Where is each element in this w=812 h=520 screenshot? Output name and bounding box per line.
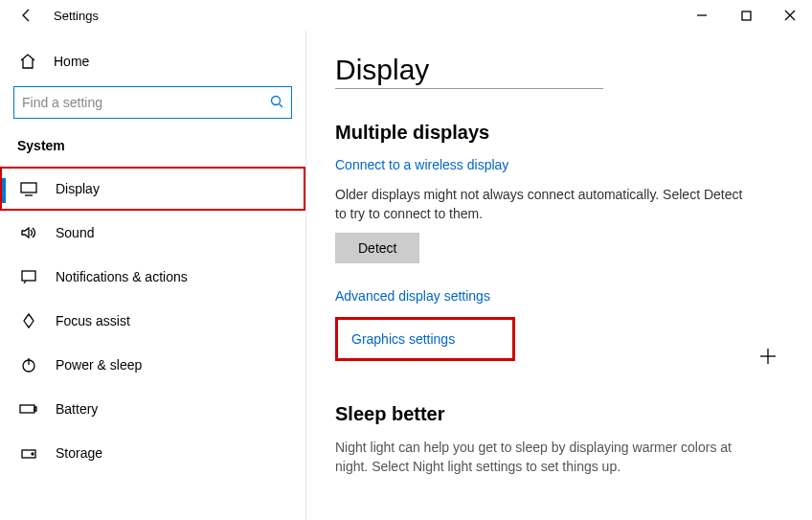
minimize-button[interactable] [680, 0, 724, 31]
home-icon [19, 53, 36, 70]
highlight-box: Graphics settings [335, 317, 515, 361]
search-input[interactable] [22, 95, 270, 110]
sidebar: Home System Display Sound Notification [0, 31, 306, 520]
sidebar-item-label: Focus assist [56, 313, 130, 328]
section-sleep-better: Sleep better [335, 403, 783, 425]
section-multiple-displays: Multiple displays [335, 122, 783, 144]
sidebar-item-label: Storage [56, 445, 102, 461]
close-button[interactable] [768, 0, 812, 31]
notifications-icon [19, 269, 38, 284]
search-icon [270, 95, 283, 111]
maximize-button[interactable] [724, 0, 768, 31]
svg-line-5 [280, 103, 283, 107]
search-box[interactable] [13, 86, 292, 119]
sound-icon [19, 225, 38, 240]
sidebar-item-battery[interactable]: Battery [0, 387, 305, 431]
sidebar-item-notifications[interactable]: Notifications & actions [0, 255, 305, 299]
graphics-settings-link[interactable]: Graphics settings [351, 331, 455, 347]
focus-assist-icon [19, 312, 38, 329]
svg-rect-1 [742, 11, 751, 20]
page-title: Display [335, 54, 783, 86]
window-title: Settings [54, 9, 99, 23]
svg-rect-12 [34, 407, 36, 411]
sidebar-item-display[interactable]: Display [0, 167, 305, 211]
sidebar-section-label: System [0, 132, 305, 167]
connect-wireless-display-link[interactable]: Connect to a wireless display [335, 157, 508, 172]
heading-underline [335, 88, 603, 89]
svg-rect-6 [21, 183, 36, 192]
sidebar-item-power[interactable]: Power & sleep [0, 343, 305, 387]
back-button[interactable] [8, 0, 46, 31]
detect-button[interactable]: Detect [335, 233, 419, 263]
sidebar-item-label: Power & sleep [56, 357, 142, 373]
sidebar-item-label: Home [54, 54, 89, 69]
sidebar-item-label: Display [56, 181, 100, 196]
sidebar-item-storage[interactable]: Storage [0, 431, 305, 475]
advanced-display-settings-link[interactable]: Advanced display settings [335, 288, 490, 304]
svg-rect-11 [20, 405, 34, 413]
cursor-icon [758, 347, 778, 371]
main-content: Display Multiple displays Connect to a w… [306, 31, 812, 520]
svg-point-14 [32, 453, 34, 455]
sidebar-item-label: Sound [56, 225, 94, 240]
detect-description: Older displays might not always connect … [335, 186, 756, 223]
sidebar-item-home[interactable]: Home [0, 42, 305, 80]
display-icon [19, 181, 38, 196]
battery-icon [19, 402, 38, 416]
svg-rect-8 [22, 271, 35, 281]
storage-icon [19, 445, 38, 461]
sidebar-item-label: Notifications & actions [56, 269, 188, 284]
sidebar-item-sound[interactable]: Sound [0, 211, 305, 255]
sidebar-item-label: Battery [56, 401, 98, 417]
svg-point-4 [272, 96, 281, 104]
sidebar-item-focus-assist[interactable]: Focus assist [0, 299, 305, 343]
sleep-better-description: Night light can help you get to sleep by… [335, 439, 756, 476]
power-icon [19, 356, 38, 373]
